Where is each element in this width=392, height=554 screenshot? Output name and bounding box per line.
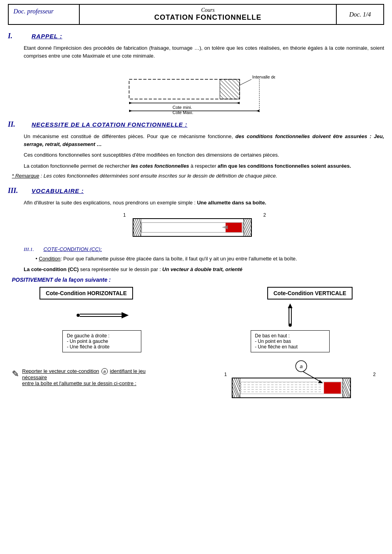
circle-a-label: a: [101, 368, 108, 374]
svg-text:Intervalle de Tolérance (IT): Intervalle de Tolérance (IT): [252, 75, 275, 79]
exercise-line1: Reporter le vecteur cote-condition a ide…: [22, 368, 162, 380]
cc-positivement: POSITIVEMENT de la façon suivante :: [12, 277, 384, 283]
svg-line-5: [232, 79, 240, 87]
condition-label: Condition: [39, 256, 60, 262]
cc-horiz-diagram: De gauche à droite : - Un point à gauche…: [58, 303, 145, 352]
exercise-left: ✎ Reporter le vecteur cote-condition a i…: [12, 356, 162, 386]
cc-vertical-box: Cote-Condition VERTICALE: [267, 287, 353, 299]
svg-text:1: 1: [224, 372, 227, 377]
svg-point-45: [77, 314, 80, 317]
cc-vert-diagram: De bas en haut : - Un point en bas - Une…: [247, 303, 334, 352]
cc-pre: La cote-condition (CC): [24, 266, 80, 272]
cc-horiz-item2: Une flèche à droite: [70, 344, 110, 350]
header-right: Doc. 1/4: [336, 5, 383, 24]
section1-heading: I. RAPPEL :: [8, 32, 384, 40]
svg-marker-48: [122, 312, 129, 318]
svg-line-99: [303, 372, 321, 382]
exercise-text-block: Reporter le vecteur cote-condition a ide…: [22, 368, 162, 386]
section2-bold2: les cotes fonctionnelles: [131, 163, 189, 169]
exercise-line2: entre la boîte et l'allumette sur le des…: [22, 380, 162, 386]
bullet-text: : Pour que l'allumette puisse être placé…: [60, 256, 297, 262]
svg-line-29: [139, 219, 141, 225]
cc-description: La cote-condition (CC) sera représentée …: [24, 266, 384, 273]
section2-para1: Un mécanisme est constitué de différente…: [24, 133, 384, 148]
section1-title: RAPPEL :: [32, 33, 62, 39]
svg-line-7: [220, 83, 236, 99]
cc-vert-desc: De bas en haut : - Un point en bas - Une…: [251, 330, 330, 352]
cc-horiz-item1: Un point à gauche: [70, 339, 108, 344]
cc-vert-item2: Une flèche en haut: [258, 344, 298, 350]
svg-text:1: 1: [123, 212, 126, 218]
section2-para2: Ces conditions fonctionnelles sont susce…: [24, 151, 384, 159]
svg-line-36: [248, 219, 251, 228]
main-title: COTATION FONCTIONNELLE: [84, 13, 332, 22]
section2-heading: II. NECESSITE DE LA COTATION FONCTIONNEL…: [8, 120, 384, 129]
svg-marker-18: [236, 102, 240, 104]
svg-line-6: [236, 79, 240, 83]
svg-rect-43: [226, 223, 242, 232]
pencil-icon: ✎: [12, 369, 19, 379]
doc-professeur-label: Doc. professeur: [13, 8, 54, 15]
section2-remark: * Remarque : Les cotes fonctionnelles dé…: [12, 173, 384, 179]
svg-line-28: [137, 219, 141, 228]
section3-heading: III. VOCABULAIRE :: [8, 187, 384, 195]
svg-point-51: [289, 324, 292, 327]
page: Doc. professeur Cours COTATION FONCTIONN…: [0, 0, 392, 554]
svg-marker-20: [256, 110, 259, 112]
cc-positivement-text: POSITIVEMENT de la façon suivante :: [12, 277, 111, 283]
svg-line-68: [347, 378, 351, 388]
section3-num: III.: [8, 187, 32, 195]
horiz-arrow-svg: [62, 303, 141, 327]
svg-line-11: [240, 79, 251, 85]
svg-rect-96: [324, 382, 341, 393]
svg-line-3: [224, 79, 240, 95]
allumette-diagram-container: 1 2: [8, 211, 384, 242]
header: Doc. professeur Cours COTATION FONCTIONN…: [8, 4, 384, 25]
section2-num: II.: [8, 120, 32, 129]
header-left: Doc. professeur: [9, 5, 80, 24]
cc-horiz-desc: De gauche à droite : - Un point à gauche…: [62, 330, 141, 352]
svg-text:Cote mini.: Cote mini.: [173, 105, 192, 110]
section2-bold-end: afin que les conditions fonctionnelles s…: [218, 163, 351, 169]
section1-num: I.: [8, 32, 32, 40]
svg-marker-52: [288, 303, 293, 308]
svg-line-9: [220, 91, 228, 99]
svg-text:2: 2: [263, 212, 266, 218]
svg-text:Cote Maxi.: Cote Maxi.: [173, 110, 193, 115]
exercise-row: ✎ Reporter le vecteur cote-condition a i…: [12, 356, 380, 409]
svg-line-10: [220, 95, 224, 99]
tolerance-diagram-container: Intervalle de Tolérance (IT) Cote mini. …: [8, 64, 384, 115]
svg-text:2: 2: [373, 372, 376, 377]
cc-vert-item1: Un point en bas: [258, 339, 291, 344]
svg-line-61: [232, 382, 239, 398]
cc-diagrams-row: De gauche à droite : - Un point à gauche…: [8, 303, 384, 352]
allumette-diagram-svg: 1 2: [121, 211, 271, 242]
cc-bold-italic: Un vecteur à double trait, orienté: [162, 266, 242, 272]
section3-intro-bold: Une allumette dans sa boîte.: [197, 200, 266, 206]
vert-arrow-svg: [251, 303, 330, 327]
section3-intro: Afin d'illustrer la suite des explicatio…: [24, 199, 384, 207]
svg-line-39: [244, 226, 248, 236]
tolerance-diagram-svg: Intervalle de Tolérance (IT) Cote mini. …: [117, 64, 275, 115]
exercise-right: 1 2: [222, 356, 380, 409]
svg-line-59: [236, 378, 240, 388]
cc-vertical-label: Cote-Condition VERTICALE: [274, 290, 346, 296]
cc-boxes-row: Cote-Condition HORIZONTALE Cote-Conditio…: [8, 287, 384, 299]
subsection31-num: III.1.: [24, 246, 43, 253]
svg-line-40: [244, 230, 246, 236]
subsection31-heading: III.1. COTE-CONDITION (CC):: [24, 246, 384, 253]
svg-line-2: [220, 79, 240, 99]
svg-line-70: [343, 382, 349, 398]
exercise-diagram-svg: 1 2: [222, 356, 380, 408]
svg-line-31: [133, 226, 137, 236]
svg-marker-44: [222, 225, 228, 229]
svg-marker-19: [129, 110, 132, 112]
cours-label: Cours: [84, 7, 332, 13]
section3-title: VOCABULAIRE :: [32, 187, 84, 194]
subsection31-title: COTE-CONDITION (CC):: [43, 246, 102, 252]
svg-marker-17: [129, 102, 132, 104]
cc-horizontal-label: Cote-Condition HORIZONTALE: [46, 290, 127, 296]
svg-text:a: a: [300, 363, 302, 369]
section1-para1: Etant donné l'imprécision des procédés d…: [24, 44, 384, 60]
doc-ref-label: Doc. 1/4: [349, 11, 371, 18]
